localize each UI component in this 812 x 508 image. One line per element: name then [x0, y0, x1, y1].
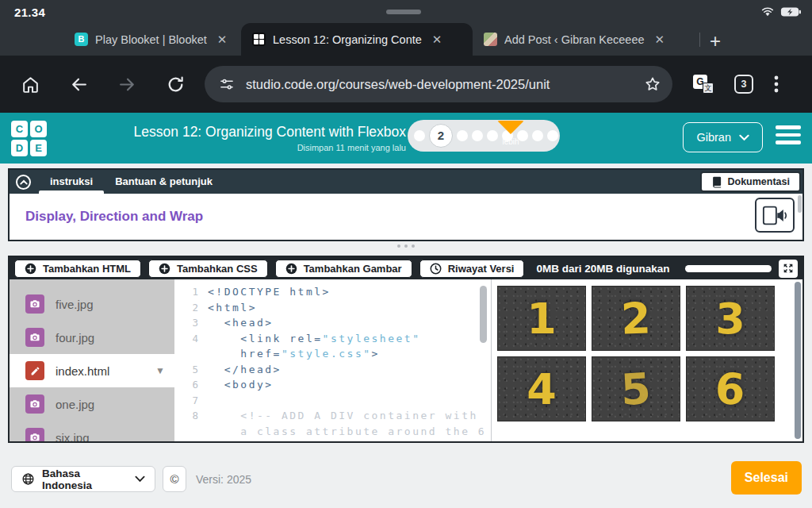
- plus-icon: [159, 263, 170, 275]
- file-item-five.jpg[interactable]: five.jpg: [10, 287, 174, 321]
- file-item-six.jpg[interactable]: six.jpg: [10, 421, 174, 441]
- plus-icon: [285, 263, 297, 275]
- image-file-icon: [25, 328, 44, 347]
- code-text: images... >: [208, 439, 331, 441]
- book-icon: [711, 176, 722, 188]
- panel-resize-handle[interactable]: [0, 244, 812, 248]
- code-line: 8 <!-- ADD A DIV container with: [181, 408, 491, 424]
- file-name: one.jpg: [56, 398, 94, 411]
- level-bubble[interactable]: [472, 130, 483, 141]
- toolbar-button-riwayat-versi[interactable]: Riwayat Versi: [419, 260, 525, 278]
- image-file-icon: [25, 294, 44, 314]
- user-menu-button[interactable]: Gibran: [683, 122, 763, 152]
- back-button[interactable]: [69, 75, 89, 94]
- forward-button[interactable]: [117, 75, 137, 94]
- language-label: Bahasa Indonesia: [42, 468, 128, 491]
- caret-down-icon[interactable]: ▼: [155, 365, 165, 376]
- code-text: <html>: [208, 300, 257, 316]
- address-bar[interactable]: studio.code.org/courses/web-development-…: [205, 66, 672, 102]
- scrollbar-thumb[interactable]: [798, 195, 802, 213]
- file-item-four.jpg[interactable]: four.jpg: [10, 321, 174, 354]
- url-text[interactable]: studio.code.org/courses/web-development-…: [246, 77, 644, 92]
- code-line: a class attribute around the 6: [181, 424, 491, 440]
- preview-image-number-5: 5: [592, 356, 680, 421]
- fullscreen-button[interactable]: [779, 260, 798, 278]
- file-item-one.jpg[interactable]: one.jpg: [10, 387, 174, 421]
- code-text: href="style.css">: [208, 346, 380, 362]
- code-text: <!DOCTYPE html>: [208, 284, 331, 300]
- painted-number: 1: [527, 294, 557, 344]
- copyright-button[interactable]: ©: [163, 466, 186, 492]
- menu-kebab-icon[interactable]: [774, 75, 779, 93]
- hamburger-menu-icon[interactable]: [776, 125, 801, 144]
- file-name: six.jpg: [56, 431, 90, 442]
- file-list: five.jpgfour.jpgindex.html▼one.jpgsix.jp…: [10, 279, 174, 441]
- level-bubble[interactable]: [532, 130, 543, 141]
- weblab-workspace: Tambahkan HTMLTambahkan CSSTambahkan Gam…: [8, 256, 804, 443]
- tab-close-icon[interactable]: ✕: [214, 31, 231, 48]
- read-aloud-icon: [762, 205, 787, 226]
- page-footer: Bahasa Indonesia © Versi: 2025 Selesai: [0, 443, 812, 508]
- editor-toolbar: Tambahkan HTMLTambahkan CSSTambahkan Gam…: [10, 257, 802, 279]
- reload-button[interactable]: [166, 75, 186, 94]
- toolbar-button-tambahkan-html[interactable]: Tambahkan HTML: [14, 260, 141, 278]
- browser-tab[interactable]: Lesson 12: Organizing Conte✕: [241, 23, 473, 56]
- browser-tab[interactable]: BPlay Blooket | Blooket✕: [63, 23, 241, 56]
- new-tab-button[interactable]: +: [710, 32, 721, 51]
- preview-scrollbar-thumb[interactable]: [795, 282, 801, 439]
- level-bubble[interactable]: [414, 130, 425, 141]
- instruction-section: instruksi Bantuan & petunjuk Dokumentasi…: [8, 168, 804, 241]
- expand-icon: [782, 262, 795, 275]
- toolbar-button-tambahkan-gambar[interactable]: Tambahkan Gambar: [275, 260, 412, 278]
- line-number: [181, 424, 198, 440]
- lesson-titles: Lesson 12: Organizing Content with Flexb…: [0, 124, 406, 152]
- more-levels-arrow-icon[interactable]: [497, 121, 524, 134]
- browser-tab[interactable]: Add Post ‹ Gibran Keceeee✕: [473, 23, 698, 56]
- tab-close-icon[interactable]: ✕: [429, 31, 446, 48]
- line-number: 2: [181, 300, 198, 316]
- tab-switcher-button[interactable]: 3: [734, 75, 753, 94]
- preview-pane: 123456: [492, 279, 802, 441]
- more-levels[interactable]: lebih: [493, 121, 528, 146]
- clock-icon: [430, 263, 442, 275]
- tab-instruksi[interactable]: instruksi: [39, 170, 104, 194]
- code-text: <link rel="stylesheet": [208, 331, 421, 347]
- translate-icon[interactable]: G文: [693, 75, 714, 94]
- blooket-favicon-icon: B: [75, 33, 88, 46]
- level-bubble[interactable]: [547, 130, 558, 141]
- line-number: [181, 439, 198, 441]
- home-button[interactable]: [21, 75, 40, 94]
- preview-image-number-4: 4: [497, 356, 586, 421]
- browser-toolbar: studio.code.org/courses/web-development-…: [0, 56, 812, 113]
- file-item-index.html[interactable]: index.html▼: [10, 354, 174, 387]
- language-select[interactable]: Bahasa Indonesia: [11, 466, 155, 492]
- tab-close-icon[interactable]: ✕: [652, 31, 668, 48]
- code-line: href="style.css">: [181, 346, 491, 362]
- toolbar-button-label: Tambahkan HTML: [43, 263, 131, 275]
- instruction-tab-bar: instruksi Bantuan & petunjuk Dokumentasi: [10, 170, 802, 194]
- documentation-button[interactable]: Dokumentasi: [700, 171, 802, 192]
- toolbar-button-tambahkan-css[interactable]: Tambahkan CSS: [148, 260, 268, 278]
- level-progress-bubbles[interactable]: 2: [408, 120, 560, 152]
- line-number: 5: [181, 362, 198, 378]
- preview-image-number-6: 6: [686, 356, 775, 421]
- collapse-chevron-icon[interactable]: [16, 175, 31, 190]
- image-file-icon: [25, 428, 44, 441]
- tab-bantuan-petunjuk[interactable]: Bantuan & petunjuk: [104, 170, 224, 194]
- site-settings-icon[interactable]: [219, 76, 235, 92]
- editor-scrollbar-thumb[interactable]: [480, 286, 487, 343]
- finish-button[interactable]: Selesai: [731, 461, 802, 495]
- level-bubble[interactable]: [457, 130, 468, 141]
- battery-charging-icon: [780, 6, 801, 17]
- code-line: 3 <head>: [181, 315, 491, 331]
- code-editor[interactable]: 1<!DOCTYPE html>2<html>3 <head>4 <link r…: [174, 279, 492, 441]
- storage-usage-text: 0MB dari 20MB digunakan: [536, 263, 669, 275]
- level-bubble[interactable]: 2: [429, 124, 453, 148]
- text-to-speech-button[interactable]: [755, 198, 795, 233]
- saved-status: Disimpan 11 menit yang lalu: [0, 143, 406, 152]
- tab-title: Play Blooket | Blooket: [95, 33, 207, 46]
- pencil-icon: [25, 361, 44, 380]
- toolbar-button-label: Riwayat Versi: [448, 263, 515, 275]
- bookmark-star-icon[interactable]: [644, 75, 661, 93]
- user-name: Gibran: [696, 131, 731, 144]
